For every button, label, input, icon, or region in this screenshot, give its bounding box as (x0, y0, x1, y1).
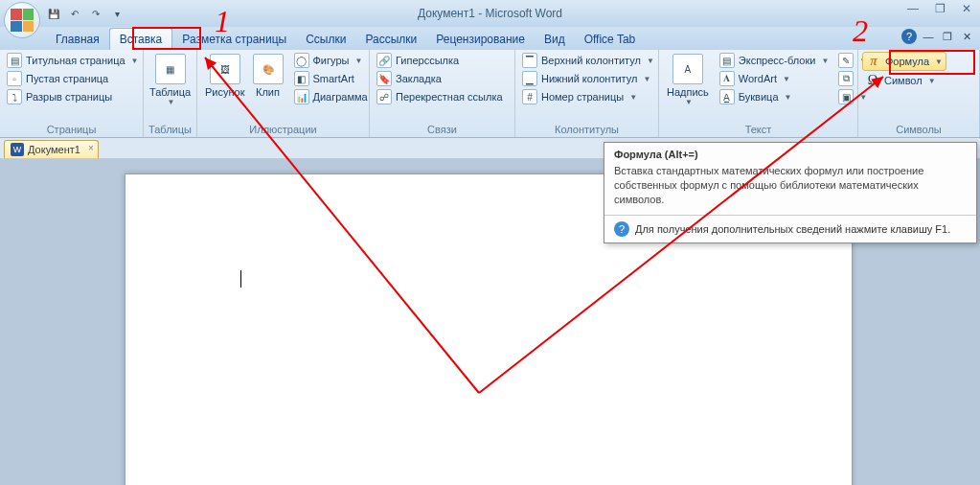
blank-page-button[interactable]: ▫ Пустая страница (4, 70, 142, 87)
tab-view[interactable]: Вид (535, 29, 575, 50)
cover-page-button[interactable]: ▤ Титульная страница ▼ (4, 52, 142, 69)
hyperlink-icon: 🔗 (376, 53, 392, 68)
date-time-icon: ⧉ (838, 71, 854, 86)
drop-cap-label: Буквица (739, 91, 779, 103)
table-button[interactable]: ▦ Таблица ▼ (146, 52, 194, 108)
picture-button[interactable]: 🖼 Рисунок (201, 52, 249, 100)
page-number-label: Номер страницы (541, 91, 624, 103)
text-box-button[interactable]: A Надпись ▼ (663, 52, 713, 108)
maximize-button[interactable]: ❐ (930, 2, 949, 15)
save-icon[interactable]: 💾 (46, 6, 61, 21)
window-title: Документ1 - Microsoft Word (418, 7, 562, 20)
quick-access-toolbar: 💾 ↶ ↷ ▾ (46, 6, 125, 21)
cover-page-icon: ▤ (7, 53, 22, 68)
mdi-restore-button[interactable]: ❐ (940, 29, 955, 44)
drop-cap-button[interactable]: A̲ Буквица ▼ (717, 88, 832, 105)
group-header-footer: ▔ Верхний колонтитул ▼ ▁ Нижний колонтит… (515, 50, 659, 137)
chevron-down-icon: ▼ (785, 93, 792, 102)
table-label: Таблица (149, 86, 191, 98)
tab-review[interactable]: Рецензирование (426, 29, 535, 50)
ribbon-tab-strip: Главная Вставка Разметка страницы Ссылки… (0, 27, 980, 50)
drop-cap-icon: A̲ (719, 89, 735, 104)
page-number-button[interactable]: # Номер страницы ▼ (519, 88, 657, 105)
header-button[interactable]: ▔ Верхний колонтитул ▼ (519, 52, 657, 69)
equation-tooltip: Формула (Alt+=) Вставка стандартных мате… (604, 142, 977, 243)
wordart-button[interactable]: 𝐀 WordArt ▼ (717, 70, 832, 87)
title-bar: 💾 ↶ ↷ ▾ Документ1 - Microsoft Word — ❐ ✕ (0, 0, 980, 27)
bookmark-button[interactable]: 🔖 Закладка (374, 70, 506, 87)
shapes-icon: ◯ (294, 53, 309, 68)
ribbon-mdi-controls: ? — ❐ ✕ (901, 29, 974, 44)
picture-label: Рисунок (205, 86, 245, 98)
footer-label: Нижний колонтитул (541, 73, 637, 84)
redo-icon[interactable]: ↷ (88, 6, 103, 21)
symbol-button[interactable]: Ω Символ ▼ (862, 72, 946, 89)
chevron-down-icon: ▼ (643, 75, 650, 83)
tooltip-footer-text: Для получения дополнительных сведений на… (635, 223, 950, 235)
footer-button[interactable]: ▁ Нижний колонтитул ▼ (519, 70, 657, 87)
group-text: A Надпись ▼ ▤ Экспресс-блоки ▼ 𝐀 WordArt… (659, 50, 858, 137)
hyperlink-label: Гиперссылка (396, 55, 459, 66)
document-tab[interactable]: W Документ1 × (4, 140, 99, 158)
ribbon: ▤ Титульная страница ▼ ▫ Пустая страница… (0, 50, 980, 138)
text-cursor (240, 270, 241, 288)
tab-mailings[interactable]: Рассылки (355, 29, 426, 50)
smartart-icon: ◧ (294, 71, 309, 86)
wordart-icon: 𝐀 (719, 71, 735, 86)
mdi-close-button[interactable]: ✕ (959, 29, 974, 44)
text-box-icon: A (672, 54, 703, 84)
tooltip-footer: ? Для получения дополнительных сведений … (604, 215, 976, 242)
group-header-footer-label: Колонтитулы (519, 123, 654, 137)
group-illustrations: 🖼 Рисунок 🎨 Клип ◯ Фигуры ▼ ◧ SmartArt 📊 (197, 50, 370, 137)
table-icon: ▦ (155, 54, 186, 84)
quick-parts-button[interactable]: ▤ Экспресс-блоки ▼ (717, 52, 832, 69)
minimize-button[interactable]: — (903, 2, 923, 15)
qat-more-icon[interactable]: ▾ (109, 6, 125, 21)
tab-office-tab[interactable]: Office Tab (575, 29, 646, 50)
smartart-button[interactable]: ◧ SmartArt (291, 70, 371, 87)
group-text-label: Текст (663, 123, 854, 137)
tooltip-body: Вставка стандартных математических форму… (604, 164, 976, 215)
mdi-minimize-button[interactable]: — (921, 29, 936, 44)
group-links: 🔗 Гиперссылка 🔖 Закладка ☍ Перекрестная … (370, 50, 515, 137)
chevron-down-icon: ▼ (168, 98, 175, 106)
group-links-label: Связи (374, 123, 511, 137)
help-icon: ? (614, 221, 629, 237)
help-icon[interactable]: ? (901, 29, 917, 44)
page-break-button[interactable]: ⤵ Разрыв страницы (4, 88, 142, 105)
clip-art-button[interactable]: 🎨 Клип (249, 52, 287, 100)
blank-page-label: Пустая страница (26, 73, 108, 84)
close-button[interactable]: ✕ (957, 2, 976, 15)
tab-references[interactable]: Ссылки (296, 29, 355, 50)
shapes-label: Фигуры (313, 55, 350, 66)
hyperlink-button[interactable]: 🔗 Гиперссылка (374, 52, 506, 69)
page-number-icon: # (522, 89, 537, 104)
close-icon[interactable]: × (88, 143, 94, 153)
office-logo-icon (11, 9, 34, 32)
equation-button[interactable]: π Формула ▼ (862, 52, 946, 71)
chevron-down-icon: ▼ (354, 57, 362, 65)
undo-icon[interactable]: ↶ (67, 6, 82, 21)
header-label: Верхний колонтитул (541, 55, 641, 66)
object-icon: ▣ (838, 89, 854, 104)
equation-label: Формула (885, 56, 929, 67)
tab-home[interactable]: Главная (46, 29, 109, 50)
tooltip-title: Формула (Alt+=) (604, 143, 976, 164)
office-button[interactable] (4, 2, 40, 38)
bookmark-icon: 🔖 (376, 71, 392, 86)
window-controls: — ❐ ✕ (903, 2, 976, 15)
wordart-label: WordArt (739, 73, 777, 84)
chart-button[interactable]: 📊 Диаграмма (291, 88, 371, 105)
footer-icon: ▁ (522, 71, 537, 86)
chart-icon: 📊 (294, 89, 309, 104)
tab-insert[interactable]: Вставка (109, 28, 173, 50)
cross-reference-button[interactable]: ☍ Перекрестная ссылка (374, 88, 506, 105)
symbol-label: Символ (884, 75, 923, 86)
shapes-button[interactable]: ◯ Фигуры ▼ (291, 52, 371, 69)
page-break-icon: ⤵ (7, 89, 22, 104)
tab-page-layout[interactable]: Разметка страницы (172, 29, 296, 50)
bookmark-label: Закладка (396, 73, 442, 84)
group-symbols-label: Символы (862, 123, 975, 137)
chevron-down-icon: ▼ (928, 77, 936, 85)
chevron-down-icon: ▼ (783, 75, 790, 83)
